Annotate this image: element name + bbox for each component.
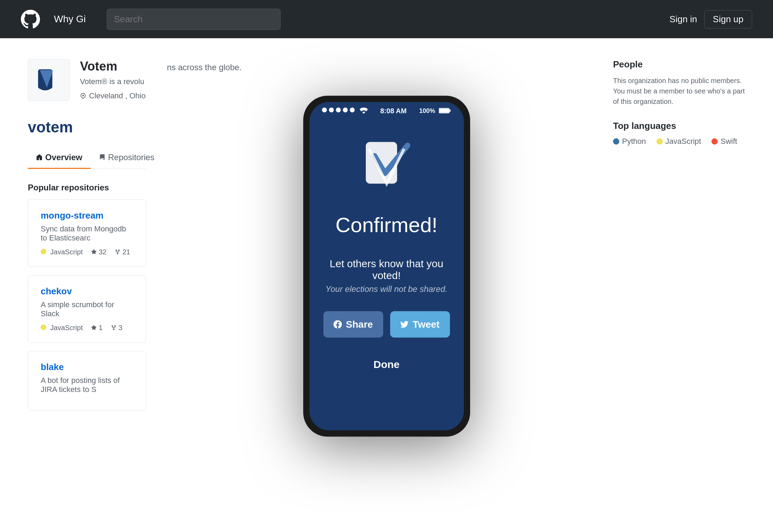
python-label: Python [622, 137, 646, 146]
repo-card-mongo-stream: mongo-stream Sync data from Mongodb to E… [28, 199, 146, 267]
nav-why-github[interactable]: Why Gi [54, 14, 86, 25]
twitter-icon [400, 320, 409, 328]
done-button[interactable]: Done [360, 355, 413, 374]
location-text: Cleveland , Ohio [89, 91, 146, 100]
confirmed-text: Confirmed! [336, 213, 437, 237]
repo-meta-chekov: JavaScript 1 3 [41, 324, 133, 332]
twitter-share-button[interactable]: Tweet [390, 311, 450, 337]
github-right-panel: People This organization has no public m… [613, 59, 745, 419]
facebook-icon [333, 320, 342, 328]
js-dot [657, 138, 663, 145]
signup-button[interactable]: Sign up [704, 10, 752, 28]
fork-icon-chekov [111, 325, 116, 330]
signal-dots [322, 108, 368, 114]
facebook-share-button[interactable]: Share [323, 311, 383, 337]
signal-dot-3 [336, 108, 341, 113]
people-title: People [613, 59, 745, 70]
fork-icon [115, 249, 120, 255]
repo-link-mongo-stream[interactable]: mongo-stream [41, 210, 133, 221]
org-name: Votem [80, 59, 146, 74]
votem-text-logo: votem [28, 118, 146, 137]
share-main-text: Let others know that you voted! [323, 257, 450, 281]
signal-dot-1 [322, 108, 327, 113]
votem-logo-icon [31, 66, 66, 94]
votem-app-logo [355, 138, 418, 194]
repo-link-chekov[interactable]: chekov [41, 286, 133, 297]
phone-screen: 8:08 AM 100% [309, 102, 464, 430]
lang-dot-chekov [41, 325, 46, 330]
repo-lang-mongo: JavaScript [41, 248, 83, 256]
svg-rect-6 [449, 110, 451, 112]
tab-overview[interactable]: Overview [28, 147, 91, 169]
wifi-icon [360, 108, 368, 114]
github-tabs: Overview Repositories [28, 147, 146, 169]
people-text: This organization has no public members.… [613, 75, 745, 107]
org-location: Cleveland , Ohio [80, 91, 146, 100]
repo-stars-mongo: 32 [91, 248, 106, 256]
share-sub-text: Your elections will not be shared. [323, 284, 450, 294]
svg-rect-5 [439, 109, 449, 113]
tab-overview-label: Overview [45, 153, 82, 162]
status-time: 8:08 AM [380, 107, 407, 115]
share-prompt: Let others know that you voted! Your ele… [323, 257, 450, 294]
org-tagline: Votem® is a revolu [80, 76, 146, 87]
twitter-btn-label: Tweet [413, 319, 440, 330]
repo-forks-mongo: 21 [115, 248, 130, 256]
lang-python: Python [613, 137, 646, 146]
home-icon [36, 154, 42, 161]
languages-title: Top languages [613, 121, 745, 131]
repo-card-blake: blake A bot for posting lists of JIRA ti… [28, 351, 146, 410]
status-right: 100% [419, 107, 451, 114]
repo-link-blake[interactable]: blake [41, 362, 133, 373]
repo-desc-mongo-stream: Sync data from Mongodb to Elasticsearc [41, 224, 133, 243]
org-info: Votem Votem® is a revolu Cleveland , Ohi… [80, 59, 146, 107]
location-icon [80, 93, 86, 99]
tab-repositories[interactable]: Repositories [91, 147, 163, 169]
repo-lang-chekov: JavaScript [41, 324, 83, 332]
python-dot [613, 138, 619, 145]
app-logo-area [355, 138, 418, 195]
github-navbar: Why Gi Sign in Sign up [0, 0, 773, 38]
org-description-center: ns across the globe. [167, 63, 592, 72]
repo-icon [99, 154, 105, 161]
repo-stars-chekov: 1 [91, 324, 103, 332]
signal-dot-2 [329, 108, 334, 113]
org-header: Votem Votem® is a revolu Cleveland , Ohi… [28, 59, 146, 107]
lang-dot-js [41, 249, 46, 254]
battery-percent: 100% [419, 107, 435, 114]
svg-text:votem: votem [28, 118, 73, 135]
lang-swift: Swift [711, 137, 737, 146]
languages-list: Python JavaScript Swift [613, 137, 745, 146]
popular-repos-title: Popular repositories [28, 183, 146, 193]
org-sidebar: Votem Votem® is a revolu Cleveland , Ohi… [28, 59, 146, 419]
signal-dot-4 [343, 108, 348, 113]
swift-label: Swift [720, 137, 737, 146]
votem-wordmark: votem [28, 118, 83, 135]
facebook-btn-label: Share [346, 319, 373, 330]
swift-dot [711, 138, 718, 145]
org-avatar [28, 59, 70, 101]
repo-desc-blake: A bot for posting lists of JIRA tickets … [41, 376, 133, 394]
js-label: JavaScript [666, 137, 701, 146]
repo-meta-mongo-stream: JavaScript 32 21 [41, 248, 133, 256]
search-input[interactable] [107, 9, 281, 30]
nav-search-container [107, 9, 281, 30]
signal-dot-5 [350, 108, 355, 113]
share-buttons: Share Tweet [323, 311, 450, 337]
star-icon-chekov [91, 325, 97, 330]
phone-container: 8:08 AM 100% [303, 96, 470, 436]
repo-desc-chekov: A simple scrumbot for Slack [41, 300, 133, 318]
nav-buttons: Sign in Sign up [669, 10, 752, 28]
app-content: Confirmed! Let others know that you vote… [309, 117, 464, 430]
repo-forks-chekov: 3 [111, 324, 122, 332]
star-icon [91, 249, 97, 255]
battery-icon [439, 108, 451, 114]
github-logo-icon [21, 10, 40, 29]
phone-frame: 8:08 AM 100% [303, 96, 470, 436]
tab-repos-label: Repositories [108, 153, 154, 162]
status-bar: 8:08 AM 100% [309, 102, 464, 117]
repo-card-chekov: chekov A simple scrumbot for Slack JavaS… [28, 275, 146, 343]
lang-javascript: JavaScript [657, 137, 701, 146]
signin-button[interactable]: Sign in [669, 14, 697, 25]
